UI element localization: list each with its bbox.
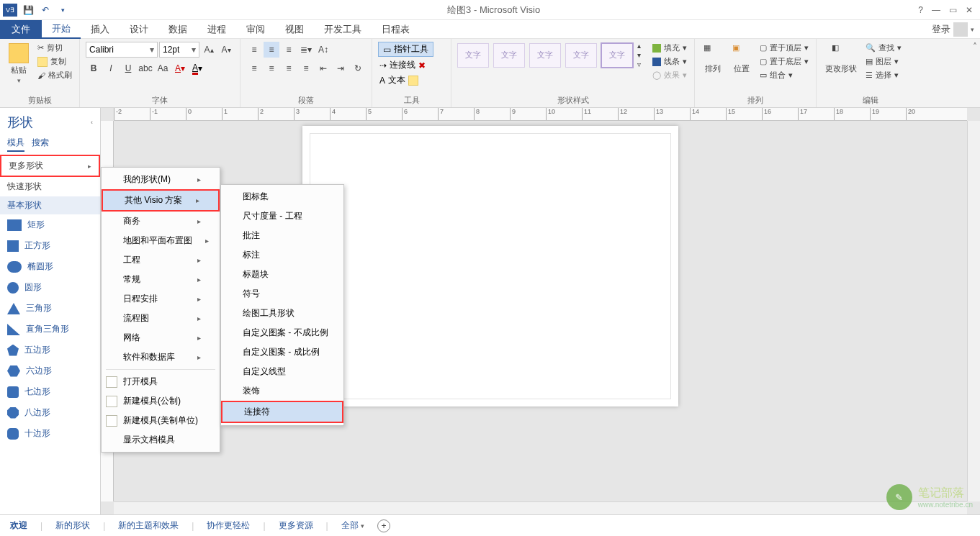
drawing-page[interactable]	[302, 126, 678, 406]
collapse-pane-icon[interactable]: ‹	[91, 119, 93, 126]
more-shapes-item[interactable]: 更多形状▸	[0, 155, 100, 177]
submenu-item[interactable]: 尺寸度量 - 工程	[221, 206, 343, 226]
shape-square[interactable]: 正方形	[0, 235, 100, 256]
submenu-item[interactable]: 图标集	[221, 187, 343, 206]
text-tool-button[interactable]: A文本	[378, 73, 420, 87]
position-button[interactable]: ▣位置	[729, 42, 754, 76]
status-resources[interactable]: 更多资源	[279, 519, 313, 532]
case-button[interactable]: Aa	[155, 60, 171, 76]
help-icon[interactable]: ?	[918, 5, 923, 15]
cut-button[interactable]: ✂剪切	[36, 42, 73, 54]
status-collab[interactable]: 协作更轻松	[207, 519, 250, 532]
tab-design[interactable]: 设计	[120, 20, 158, 39]
align-left-button[interactable]: ≡	[246, 60, 262, 76]
align-top-button[interactable]: ≡	[246, 42, 262, 58]
menu-item[interactable]: 显示文档模具	[102, 430, 220, 450]
shape-octagon[interactable]: 八边形	[0, 402, 100, 423]
save-icon[interactable]: 💾	[22, 4, 35, 17]
copy-button[interactable]: 复制	[36, 55, 73, 68]
tab-view[interactable]: 视图	[275, 20, 314, 39]
vertical-scrollbar[interactable]	[967, 121, 980, 501]
tab-data[interactable]: 数据	[158, 20, 197, 39]
submenu-item[interactable]: 绘图工具形状	[221, 304, 343, 323]
submenu-item[interactable]: 标题块	[221, 265, 343, 284]
style-thumb[interactable]: 文字	[565, 43, 597, 68]
rotate-button[interactable]: ↻	[350, 60, 366, 76]
close-icon[interactable]: ✕	[966, 5, 973, 15]
shape-hexagon[interactable]: 六边形	[0, 360, 100, 381]
search-tab[interactable]: 搜索	[32, 137, 49, 152]
tab-insert[interactable]: 插入	[81, 20, 120, 39]
gallery-more-icon[interactable]: ▿	[637, 60, 641, 68]
menu-item[interactable]: 日程安排▸	[102, 289, 220, 309]
layer-button[interactable]: ▤图层▾	[864, 55, 903, 68]
align-mid-button[interactable]: ≡	[264, 42, 279, 58]
submenu-item-connector[interactable]: 连接符	[221, 401, 343, 423]
arrange-button[interactable]: ▦排列	[701, 42, 725, 76]
font-size-combo[interactable]: 12pt	[159, 42, 199, 58]
menu-item[interactable]: 我的形状(M)▸	[102, 170, 220, 189]
shape-decagon[interactable]: 十边形	[0, 423, 100, 444]
style-thumb[interactable]: 文字	[457, 43, 489, 68]
menu-item[interactable]: 商务▸	[102, 212, 220, 231]
submenu-item[interactable]: 自定义图案 - 成比例	[221, 342, 343, 362]
submenu-item[interactable]: 装饰	[221, 381, 343, 401]
status-new-themes[interactable]: 新的主题和效果	[118, 519, 179, 532]
horizontal-scrollbar[interactable]	[114, 501, 967, 514]
restore-icon[interactable]: ▭	[949, 5, 957, 15]
effect-button[interactable]: ◯效果▾	[651, 69, 688, 81]
justify-button[interactable]: ≡	[298, 60, 314, 76]
gallery-up-icon[interactable]: ▴	[637, 42, 641, 50]
style-thumb[interactable]: 文字	[601, 43, 633, 68]
bold-button[interactable]: B	[86, 60, 102, 76]
menu-item[interactable]: 工程▸	[102, 250, 220, 270]
change-shape-button[interactable]: ◧更改形状	[822, 42, 860, 76]
italic-button[interactable]: I	[103, 60, 119, 76]
style-thumb[interactable]: 文字	[493, 43, 525, 68]
menu-item[interactable]: 网络▸	[102, 328, 220, 348]
add-page-button[interactable]: +	[377, 519, 390, 532]
undo-icon[interactable]: ↶	[39, 4, 52, 17]
format-painter-button[interactable]: 🖌格式刷	[36, 69, 73, 81]
shape-circle[interactable]: 圆形	[0, 277, 100, 298]
find-button[interactable]: 🔍查找▾	[864, 42, 903, 54]
tab-schedule[interactable]: 日程表	[372, 20, 420, 39]
text-direction-button[interactable]: A↕	[315, 42, 331, 58]
highlight-button[interactable]: A▾	[172, 60, 188, 76]
submenu-item[interactable]: 符号	[221, 284, 343, 304]
paste-button[interactable]: 粘贴▾	[6, 42, 32, 86]
pointer-tool-button[interactable]: ▭指针工具	[378, 42, 433, 57]
grow-font-button[interactable]: A▴	[201, 42, 217, 58]
stencils-tab[interactable]: 模具	[7, 137, 24, 152]
shape-right-triangle[interactable]: 直角三角形	[0, 319, 100, 340]
collapse-ribbon-icon[interactable]: ˄	[973, 42, 977, 52]
group-button[interactable]: ▭组合▾	[758, 69, 810, 81]
qat-dropdown-icon[interactable]: ▾	[56, 4, 69, 17]
shape-ellipse[interactable]: 椭圆形	[0, 256, 100, 277]
menu-item[interactable]: 其他 Visio 方案▸	[102, 189, 220, 212]
submenu-item[interactable]: 自定义图案 - 不成比例	[221, 323, 343, 342]
select-button[interactable]: ☰选择▾	[864, 69, 903, 81]
status-all[interactable]: 全部 ▾	[341, 519, 364, 532]
tab-process[interactable]: 进程	[197, 20, 236, 39]
align-right-button[interactable]: ≡	[281, 60, 297, 76]
shrink-font-button[interactable]: A▾	[218, 42, 234, 58]
indent-inc-button[interactable]: ⇥	[333, 60, 349, 76]
underline-button[interactable]: U	[120, 60, 136, 76]
line-button[interactable]: 线条▾	[651, 55, 688, 68]
menu-item[interactable]: 软件和数据库▸	[102, 348, 220, 367]
connector-tool-button[interactable]: ⇢连接线✖	[378, 58, 427, 72]
basic-shapes-header[interactable]: 基本形状	[0, 196, 100, 214]
menu-item[interactable]: 新建模具(公制)	[102, 391, 220, 411]
fill-button[interactable]: 填充▾	[651, 42, 688, 54]
status-new-shapes[interactable]: 新的形状	[55, 519, 90, 532]
gallery-down-icon[interactable]: ▾	[637, 51, 641, 59]
tab-developer[interactable]: 开发工具	[314, 20, 372, 39]
shape-rectangle[interactable]: 矩形	[0, 214, 100, 235]
shape-quick-icon[interactable]	[408, 76, 418, 86]
tab-home[interactable]: 开始	[42, 20, 81, 39]
align-center-button[interactable]: ≡	[264, 60, 279, 76]
status-welcome[interactable]: 欢迎	[10, 519, 27, 532]
shape-heptagon[interactable]: 七边形	[0, 381, 100, 402]
menu-item[interactable]: 流程图▸	[102, 309, 220, 328]
